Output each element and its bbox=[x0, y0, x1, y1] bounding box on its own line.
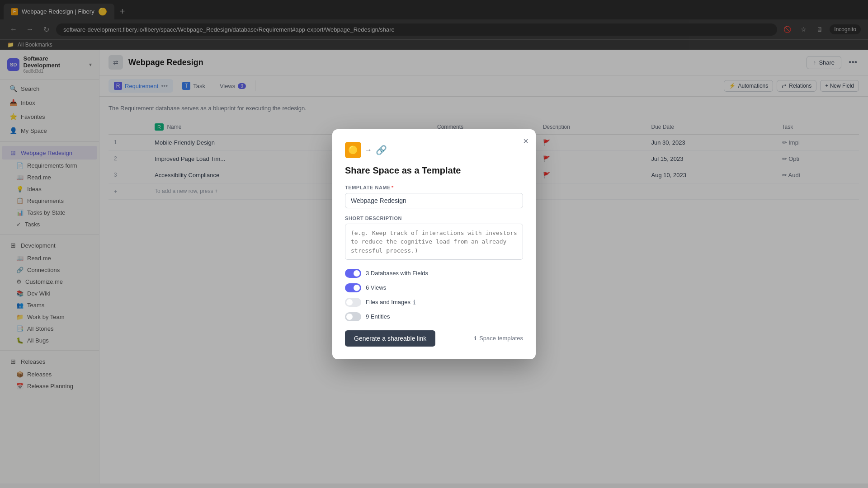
modal-header-icons: 🟡 → 🔗 bbox=[345, 142, 523, 158]
short-description-input[interactable] bbox=[345, 224, 523, 260]
views-toggle-slider bbox=[345, 283, 361, 292]
modal-close-button[interactable]: × bbox=[523, 136, 528, 145]
template-name-input[interactable] bbox=[345, 193, 523, 208]
toggle-row-files: Files and Images ℹ bbox=[345, 298, 523, 307]
entities-toggle[interactable] bbox=[345, 312, 361, 321]
entities-toggle-slider bbox=[345, 312, 361, 321]
modal-arrow-icon: → bbox=[365, 146, 372, 154]
short-description-field: SHORT DESCRIPTION bbox=[345, 216, 523, 262]
short-description-label: SHORT DESCRIPTION bbox=[345, 216, 523, 221]
modal-space-icon: 🟡 bbox=[345, 142, 361, 158]
modal-overlay[interactable]: × 🟡 → 🔗 Share Space as a Template TEMPLA… bbox=[0, 0, 868, 488]
toggle-options: 3 Databases with Fields 6 Views Files an… bbox=[345, 269, 523, 321]
modal-title: Share Space as a Template bbox=[345, 165, 523, 176]
files-toggle bbox=[345, 298, 361, 307]
views-toggle[interactable] bbox=[345, 283, 361, 292]
modal-footer: Generate a shareable link ℹ Space templa… bbox=[345, 330, 523, 347]
template-name-label: TEMPLATE NAME * bbox=[345, 185, 523, 190]
files-toggle-label: Files and Images ℹ bbox=[366, 299, 415, 306]
space-templates-label: Space templates bbox=[479, 335, 523, 342]
space-templates-link[interactable]: ℹ Space templates bbox=[474, 335, 523, 342]
databases-toggle-label: 3 Databases with Fields bbox=[366, 270, 428, 277]
views-toggle-label: 6 Views bbox=[366, 284, 386, 291]
modal-link-icon: 🔗 bbox=[376, 145, 387, 155]
databases-toggle-slider bbox=[345, 269, 361, 278]
files-toggle-slider bbox=[345, 298, 361, 307]
toggle-row-entities: 9 Entities bbox=[345, 312, 523, 321]
generate-link-button[interactable]: Generate a shareable link bbox=[345, 330, 435, 347]
files-info-icon[interactable]: ℹ bbox=[413, 299, 415, 306]
template-name-field: TEMPLATE NAME * bbox=[345, 185, 523, 208]
databases-toggle[interactable] bbox=[345, 269, 361, 278]
share-template-modal: × 🟡 → 🔗 Share Space as a Template TEMPLA… bbox=[332, 129, 536, 359]
toggle-row-views: 6 Views bbox=[345, 283, 523, 292]
required-star: * bbox=[392, 185, 394, 190]
space-templates-help-icon: ℹ bbox=[474, 335, 476, 342]
toggle-row-databases: 3 Databases with Fields bbox=[345, 269, 523, 278]
entities-toggle-label: 9 Entities bbox=[366, 313, 390, 320]
